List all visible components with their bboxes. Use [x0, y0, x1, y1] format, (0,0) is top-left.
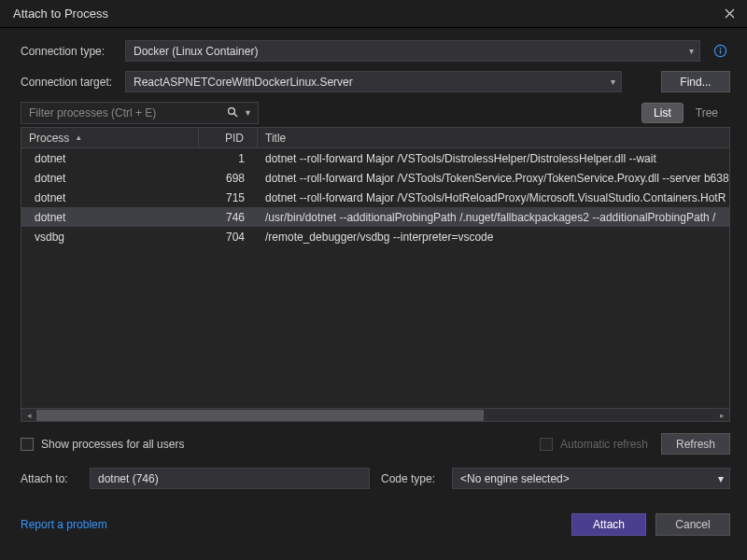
- table-row[interactable]: dotnet715dotnet --roll-forward Major /VS…: [21, 188, 729, 207]
- search-icon[interactable]: [223, 106, 242, 120]
- attach-to-label: Attach to:: [21, 472, 78, 485]
- window-title: Attach to Process: [13, 7, 108, 21]
- table-row[interactable]: dotnet1dotnet --roll-forward Major /VSTo…: [21, 148, 729, 168]
- scroll-left-icon[interactable]: ◂: [23, 410, 35, 421]
- find-button[interactable]: Find...: [661, 71, 730, 92]
- svg-line-4: [234, 113, 237, 116]
- svg-rect-1: [719, 50, 720, 54]
- checkbox-box-icon: [540, 438, 553, 451]
- cell-pid: 746: [199, 207, 258, 227]
- svg-rect-2: [719, 48, 720, 49]
- scroll-right-icon[interactable]: ▸: [716, 410, 727, 421]
- chevron-down-icon: ▾: [718, 472, 724, 485]
- cell-process: dotnet: [21, 207, 199, 227]
- show-all-users-checkbox[interactable]: Show processes for all users: [21, 438, 184, 451]
- table-row[interactable]: dotnet698dotnet --roll-forward Major /VS…: [21, 168, 729, 188]
- cell-process: dotnet: [21, 168, 199, 188]
- scroll-thumb[interactable]: [36, 410, 484, 421]
- filter-input[interactable]: Filter processes (Ctrl + E) ▼: [21, 102, 259, 124]
- connection-type-label: Connection type:: [21, 45, 125, 58]
- attach-to-input[interactable]: dotnet (746): [90, 468, 370, 489]
- cell-title: /usr/bin/dotnet --additionalProbingPath …: [258, 207, 729, 227]
- sort-asc-icon: ▲: [75, 133, 82, 142]
- column-process[interactable]: Process ▲: [21, 128, 199, 147]
- cell-process: vsdbg: [21, 227, 199, 246]
- cell-title: dotnet --roll-forward Major /VSTools/Dis…: [258, 148, 729, 168]
- cell-title: dotnet --roll-forward Major /VSTools/Tok…: [258, 168, 729, 188]
- close-icon[interactable]: [717, 2, 741, 26]
- cancel-button[interactable]: Cancel: [655, 513, 730, 536]
- chevron-down-icon: ▾: [689, 46, 694, 56]
- cell-pid: 715: [199, 188, 258, 207]
- filter-placeholder: Filter processes (Ctrl + E): [29, 106, 223, 119]
- cell-title: /remote_debugger/vsdbg --interpreter=vsc…: [258, 227, 729, 246]
- filter-dropdown-icon[interactable]: ▼: [242, 108, 254, 118]
- cell-process: dotnet: [21, 188, 199, 207]
- connection-type-combo[interactable]: Docker (Linux Container) ▾: [125, 40, 700, 62]
- cell-pid: 1: [199, 148, 258, 168]
- viewmode-list-button[interactable]: List: [641, 103, 684, 123]
- code-type-label: Code type:: [381, 472, 441, 485]
- connection-target-combo[interactable]: ReactASPNETCoreWithDockerLinux.Server ▾: [125, 71, 622, 92]
- column-title[interactable]: Title: [258, 128, 729, 147]
- viewmode-tree-button[interactable]: Tree: [684, 103, 730, 123]
- connection-type-value: Docker (Linux Container): [134, 45, 258, 58]
- process-table: Process ▲ PID Title dotnet1dotnet --roll…: [21, 127, 730, 422]
- attach-button[interactable]: Attach: [571, 513, 646, 536]
- chevron-down-icon: ▾: [611, 77, 615, 87]
- table-header: Process ▲ PID Title: [21, 128, 729, 148]
- cell-pid: 698: [199, 168, 258, 188]
- cell-title: dotnet --roll-forward Major /VSTools/Hot…: [258, 188, 729, 207]
- connection-target-label: Connection target:: [21, 76, 125, 89]
- table-row[interactable]: dotnet746/usr/bin/dotnet --additionalPro…: [21, 207, 729, 227]
- automatic-refresh-checkbox[interactable]: Automatic refresh: [540, 438, 648, 451]
- svg-point-3: [229, 107, 235, 114]
- info-icon[interactable]: [710, 41, 730, 62]
- report-problem-link[interactable]: Report a problem: [21, 518, 107, 531]
- refresh-button[interactable]: Refresh: [661, 433, 730, 455]
- code-type-combo[interactable]: <No engine selected> ▾: [452, 468, 730, 489]
- titlebar: Attach to Process: [0, 0, 747, 28]
- checkbox-box-icon: [21, 438, 34, 451]
- cell-pid: 704: [199, 227, 258, 246]
- column-pid[interactable]: PID: [199, 128, 258, 147]
- cell-process: dotnet: [21, 148, 199, 168]
- table-row[interactable]: vsdbg704/remote_debugger/vsdbg --interpr…: [21, 227, 729, 246]
- connection-target-value: ReactASPNETCoreWithDockerLinux.Server: [134, 76, 353, 89]
- horizontal-scrollbar[interactable]: ◂ ▸: [21, 408, 729, 421]
